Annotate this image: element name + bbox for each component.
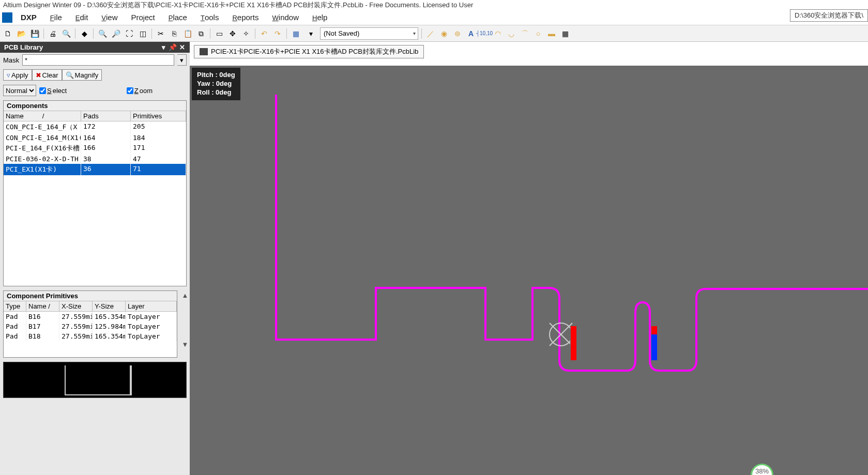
footprint-preview [3,362,187,398]
menu-view[interactable]: View [95,11,124,24]
primitives-columns: Type Name / X-Size Y-Size Layer [4,301,177,312]
pad[interactable] [570,326,576,360]
panel-title-text: PCB Library [4,43,43,51]
components-grid: Components Name / Pads Primitives CON_PC… [3,100,187,286]
primitives-grid: Component Primitives Type Name / X-Size … [3,290,177,358]
cut-icon[interactable]: ✂ [155,28,166,39]
menu-file[interactable]: File [44,11,68,24]
magnify-button[interactable]: 🔍Magnify [62,69,102,81]
clear-button[interactable]: ✖Clear [32,69,62,81]
separator [255,28,255,39]
document-tab[interactable]: PCIE-X1卡PCIE-X16卡+PCIE X1 X16卡槽AD PCB封装库… [194,45,424,58]
place-fill-icon[interactable]: ▬ [546,28,557,39]
menu-edit[interactable]: Edit [69,11,95,24]
menu-dxp[interactable]: DXP [14,11,43,24]
component-row[interactable]: PCI_EX1(X1卡)3671 [4,164,186,175]
pcb-library-panel: PCB Library ▾ 📌 ✕ Mask ▾ ▿Apply ✖Clear 🔍… [0,42,190,475]
open-file-icon[interactable]: 📂 [16,28,27,39]
col-name[interactable]: Name / [4,111,81,121]
place-dimension-icon[interactable]: ┤10,10 [479,28,490,39]
pcblib-file-icon [200,48,208,55]
place-full-circle-icon[interactable]: ○ [532,28,544,39]
editor-area: PCIE-X1卡PCIE-X16卡+PCIE X1 X16卡槽AD PCB封装库… [190,42,868,475]
style-select[interactable]: Normal [3,85,36,96]
component-row[interactable]: PCI-E_164_F(X16卡槽166171 [4,143,186,154]
col-primitives[interactable]: Primitives [131,111,186,121]
separator [286,28,287,39]
apply-button[interactable]: ▿Apply [3,69,32,81]
menu-tools[interactable]: Tools [194,11,225,24]
component-row[interactable]: PCIE-036-02-X-D-TH3847 [4,154,186,164]
primitive-row[interactable]: PadB1827.559mi165.354mTopLayer [4,331,177,341]
mechanical-outline [190,66,868,475]
zoom-fit-icon[interactable]: ⛶ [124,28,135,39]
col-layer[interactable]: Layer [126,301,177,311]
view-options: Normal Select Zoom [0,83,190,98]
snap-grid-combo[interactable]: (Not Saved) [320,27,418,40]
zoom-in-icon[interactable]: 🔍 [97,28,108,39]
col-type[interactable]: Type [4,301,26,311]
separator [151,28,152,39]
components-header: Components [4,101,186,111]
panel-menu-icon[interactable]: ▾ [160,44,167,51]
deselect-icon[interactable]: ✧ [240,28,252,39]
place-via-icon[interactable]: ⊚ [452,28,463,39]
zoom-out-icon[interactable]: 🔎 [110,28,121,39]
menu-help[interactable]: Help [306,11,333,24]
menu-project[interactable]: Project [125,11,161,24]
place-array-icon[interactable]: ▦ [559,28,571,39]
col-pname[interactable]: Name / [26,301,59,311]
separator [93,28,94,39]
paste-icon[interactable]: 📋 [182,28,193,39]
mask-dropdown-icon[interactable]: ▾ [177,54,187,66]
mask-row: Mask ▾ [0,53,190,67]
menu-place[interactable]: Place [162,11,193,24]
place-arc-center-icon[interactable]: ◠ [492,28,504,39]
layers-icon[interactable]: ◆ [79,28,90,39]
new-file-icon[interactable]: 🗋 [2,28,13,39]
path-overflow-tab[interactable]: D:\360安全浏览器下载\ [790,9,868,22]
grid-icon[interactable]: ▦ [290,28,301,39]
move-icon[interactable]: ✥ [227,28,238,39]
component-row[interactable]: CON_PCI-E_164_M(X1(164184 [4,133,186,143]
mask-label: Mask [3,56,19,64]
scroll-down-icon[interactable]: ▼ [182,341,189,348]
place-string-icon[interactable]: A [465,28,477,39]
primitives-header: Component Primitives [4,291,177,301]
components-rows: CON_PCI-E_164_F（X172205CON_PCI-E_164_M(X… [4,121,186,286]
col-pads[interactable]: Pads [81,111,131,121]
primitive-row[interactable]: PadB1627.559mi165.354mTopLayer [4,312,177,321]
panel-pin-icon[interactable]: 📌 [169,44,176,51]
print-preview-icon[interactable]: 🔍 [60,28,72,39]
mask-input[interactable] [22,54,174,66]
zoom-check[interactable]: Zoom [127,87,153,95]
place-arc-any-icon[interactable]: ⌒ [519,28,530,39]
duplicate-icon[interactable]: ⧉ [195,28,207,39]
pad-selected[interactable] [651,334,657,360]
filter-buttons: ▿Apply ✖Clear 🔍Magnify [0,67,190,83]
panel-title-bar: PCB Library ▾ 📌 ✕ [0,42,190,53]
col-xsize[interactable]: X-Size [59,301,93,311]
print-icon[interactable]: 🖨 [47,28,58,39]
separator [75,28,75,39]
place-pad-icon[interactable]: ◉ [438,28,450,39]
primitive-row[interactable]: PadB1727.559mi125.984mTopLayer [4,321,177,331]
component-row[interactable]: CON_PCI-E_164_F（X172205 [4,121,186,133]
place-arc-edge-icon[interactable]: ◡ [506,28,517,39]
menu-window[interactable]: Window [266,11,305,24]
menu-reports[interactable]: Reports [226,11,265,24]
place-line-icon[interactable]: ／ [425,28,436,39]
zoom-region-icon[interactable]: ◫ [137,28,148,39]
save-icon[interactable]: 💾 [29,28,40,39]
select-check[interactable]: Select [39,87,67,95]
pcb-canvas[interactable]: Pitch : 0deg Yaw : 0deg Roll : 0deg [190,66,868,475]
separator [421,28,422,39]
scroll-up-icon[interactable]: ▲ [182,292,189,299]
copy-icon[interactable]: ⎘ [169,28,180,39]
select-rect-icon[interactable]: ▭ [214,28,225,39]
undo-icon[interactable]: ↶ [258,28,270,39]
col-ysize[interactable]: Y-Size [93,301,126,311]
panel-close-icon[interactable]: ✕ [178,44,186,51]
grid-dropdown-icon[interactable]: ▾ [303,28,318,39]
redo-icon[interactable]: ↷ [272,28,283,39]
